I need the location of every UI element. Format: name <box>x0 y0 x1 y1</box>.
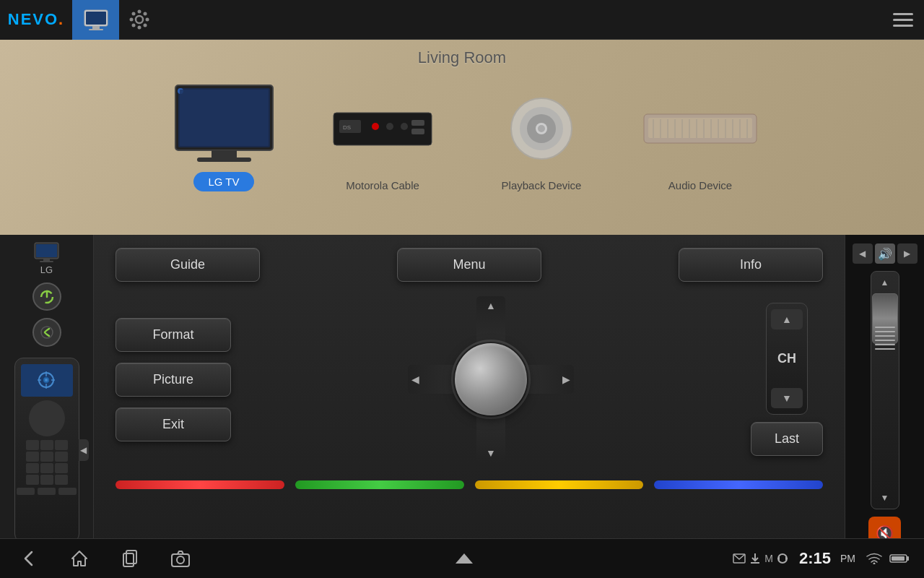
recents-nav-button[interactable] <box>116 544 144 573</box>
color-buttons <box>94 473 845 496</box>
back-nav-button[interactable] <box>14 544 43 573</box>
device-audio[interactable]: Audio Device <box>642 82 758 191</box>
home-nav-button[interactable] <box>65 544 94 573</box>
device-lg-tv[interactable]: LG TV <box>166 78 282 191</box>
format-button[interactable]: Format <box>116 318 231 352</box>
ampm-label: PM <box>840 553 855 564</box>
left-buttons: Format Picture Exit <box>116 318 231 441</box>
color-yellow-button[interactable] <box>475 480 644 489</box>
guide-button[interactable]: Guide <box>116 248 260 282</box>
svg-rect-3 <box>89 29 103 30</box>
up-arrow-icon <box>453 551 475 566</box>
dpad-down[interactable]: ▼ <box>486 447 496 459</box>
device-motorola[interactable]: DS Motorola Cable <box>325 82 440 191</box>
room-panel: Living Room LG TV <box>0 40 924 235</box>
svg-rect-63 <box>123 553 134 566</box>
svg-rect-2 <box>92 26 100 29</box>
color-blue-button[interactable] <box>654 480 823 489</box>
sync-icon <box>777 553 788 564</box>
ch-control: ▲ CH ▼ <box>766 303 808 415</box>
mini-remote: ◀ <box>14 358 79 543</box>
battery-icon <box>889 553 910 564</box>
camera-nav-button[interactable] <box>166 544 195 573</box>
left-sidebar: LG <box>0 235 94 578</box>
back-button[interactable] <box>32 318 61 346</box>
svg-rect-18 <box>180 90 269 146</box>
time-display: 2:15 <box>799 549 831 568</box>
exit-button[interactable]: Exit <box>116 407 231 441</box>
top-buttons-row: Guide Menu Info <box>94 235 845 282</box>
svg-point-12 <box>131 24 135 27</box>
dpad-left[interactable]: ◀ <box>411 374 419 385</box>
info-button[interactable]: Info <box>679 248 823 282</box>
svg-rect-15 <box>212 150 237 158</box>
svg-point-23 <box>401 123 408 130</box>
remote-numpad <box>26 440 68 485</box>
svg-rect-25 <box>411 129 424 134</box>
device-playback[interactable]: Playback Device <box>484 82 599 191</box>
remote-display <box>27 368 66 393</box>
vol-ribs <box>875 327 895 350</box>
dpad-right[interactable]: ▶ <box>562 374 570 385</box>
volume-slider[interactable]: ▲ ▼ <box>871 271 899 509</box>
vol-down-arrow[interactable]: ▼ <box>881 493 889 503</box>
ch-label: CH <box>777 351 796 366</box>
svg-point-8 <box>145 18 149 22</box>
svg-point-66 <box>177 556 184 564</box>
svg-rect-1 <box>86 12 106 25</box>
home-icon <box>69 548 90 569</box>
remote-screen <box>21 364 73 397</box>
download-icon <box>749 553 761 564</box>
svg-rect-49 <box>36 244 57 257</box>
vol-back-icon[interactable]: ◀ <box>853 243 873 264</box>
svg-point-6 <box>137 26 141 30</box>
power-button[interactable] <box>32 282 61 311</box>
dpad-up[interactable]: ▲ <box>486 300 496 311</box>
vol-thumb[interactable] <box>872 293 898 344</box>
svg-point-10 <box>143 24 147 27</box>
audio-icon <box>642 111 758 147</box>
svg-rect-33 <box>648 118 752 138</box>
bottom-center <box>453 551 475 566</box>
svg-point-5 <box>137 10 141 14</box>
dpad-center-button[interactable] <box>455 343 527 415</box>
vol-up-arrow[interactable]: ▲ <box>881 277 889 288</box>
svg-point-4 <box>136 16 143 23</box>
settings-icon <box>128 9 150 30</box>
top-bar: NEVO. <box>0 0 924 40</box>
hamburger-menu[interactable] <box>893 13 913 27</box>
picture-button[interactable]: Picture <box>116 363 231 397</box>
svg-rect-76 <box>892 556 905 561</box>
recents-icon <box>120 548 140 569</box>
status-icons: M <box>733 553 788 564</box>
vol-speaker-icon[interactable]: 🔊 <box>875 243 895 264</box>
logo: NEVO. <box>0 0 72 40</box>
volume-icons-row: ◀ 🔊 ▶ <box>853 243 918 264</box>
vol-forward-icon[interactable]: ▶ <box>897 243 918 264</box>
sidebar-toggle[interactable]: ◀ <box>79 439 89 461</box>
color-red-button[interactable] <box>116 480 284 489</box>
svg-point-11 <box>143 12 147 16</box>
power-icon <box>39 289 55 305</box>
last-button[interactable]: Last <box>751 422 823 456</box>
menu-button[interactable]: Menu <box>397 248 541 282</box>
bottom-nav: M 2:15 PM <box>0 538 924 578</box>
svg-point-9 <box>131 12 135 16</box>
svg-rect-50 <box>43 259 50 261</box>
status-area: M 2:15 PM <box>733 549 910 568</box>
back-arrow-icon <box>19 548 39 569</box>
tab-home[interactable] <box>72 0 119 40</box>
svg-point-73 <box>873 563 876 565</box>
lg-tv-label: LG TV <box>193 172 253 191</box>
ch-down[interactable]: ▼ <box>771 388 803 408</box>
volume-panel: ◀ 🔊 ▶ ▲ ▼ 🔇 <box>845 235 924 578</box>
back-icon <box>39 324 55 340</box>
svg-point-57 <box>45 379 48 381</box>
tab-settings[interactable] <box>119 0 159 40</box>
ch-up[interactable]: ▲ <box>771 309 803 329</box>
color-green-button[interactable] <box>295 480 464 489</box>
svg-rect-51 <box>40 261 53 262</box>
audio-label: Audio Device <box>668 179 732 191</box>
email-icon <box>733 553 746 564</box>
svg-point-54 <box>41 327 53 338</box>
